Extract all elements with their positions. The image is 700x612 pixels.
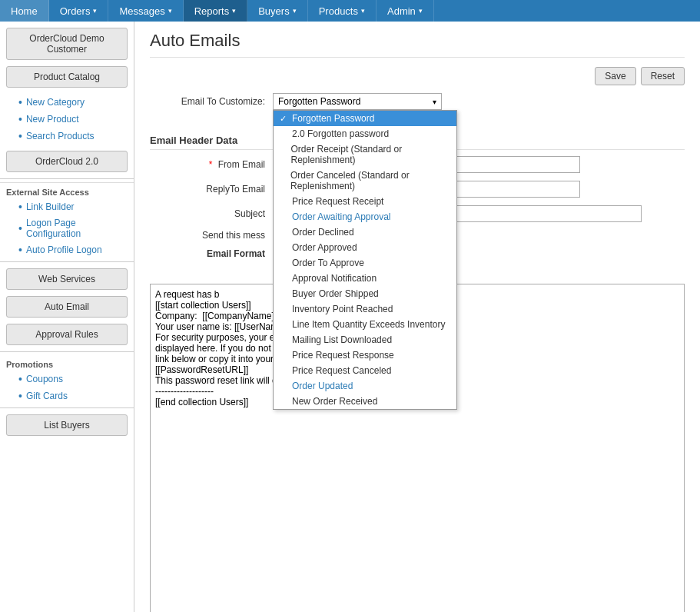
- top-actions: Save Reset: [150, 67, 685, 85]
- promotions-title: Promotions: [0, 355, 134, 371]
- top-navigation: Home Orders ▾ Messages ▾ Reports ▾ Buyer…: [0, 0, 700, 22]
- sidebar: OrderCloud Demo Customer Product Catalog…: [0, 22, 134, 612]
- chevron-down-icon: ▾: [168, 7, 172, 15]
- dropdown-item-approval-notification[interactable]: Approval Notification: [274, 271, 456, 286]
- sidebar-link-auto-profile[interactable]: Auto Profile Logon: [8, 241, 134, 258]
- dropdown-item-buyer-order-shipped[interactable]: Buyer Order Shipped: [274, 286, 456, 301]
- nav-reports[interactable]: Reports ▾: [184, 0, 248, 22]
- page-title: Auto Emails: [150, 31, 685, 58]
- dropdown-item-order-updated[interactable]: Order Updated: [274, 378, 456, 394]
- sidebar-link-search-products[interactable]: Search Products: [8, 128, 134, 145]
- approval-rules-button[interactable]: Approval Rules: [6, 324, 128, 345]
- dropdown-item-order-awaiting[interactable]: Order Awaiting Approval: [274, 209, 456, 225]
- dropdown-item-line-item-qty[interactable]: Line Item Quantity Exceeds Inventory: [274, 317, 456, 332]
- chevron-down-icon: ▾: [93, 7, 97, 15]
- sidebar-link-gift-cards[interactable]: Gift Cards: [8, 387, 134, 404]
- nav-home[interactable]: Home: [0, 0, 49, 22]
- list-buyers-button[interactable]: List Buyers: [6, 414, 128, 436]
- dropdown-item-mailing-list[interactable]: Mailing List Downloaded: [274, 332, 456, 348]
- reset-button-top[interactable]: Reset: [641, 67, 685, 85]
- nav-messages[interactable]: Messages ▾: [108, 0, 183, 22]
- dropdown-item-inventory-point[interactable]: Inventory Point Reached: [274, 301, 456, 317]
- email-to-customize-label: Email To Customize:: [150, 96, 273, 107]
- save-button-top[interactable]: Save: [595, 67, 635, 85]
- dropdown-item-20-forgotten[interactable]: 2.0 Forgotten password: [274, 126, 456, 141]
- product-catalog-button[interactable]: Product Catalog: [6, 66, 128, 88]
- main-content: Auto Emails Save Reset Email To Customiz…: [134, 22, 700, 612]
- email-format-label: Email Format: [150, 248, 273, 259]
- email-to-customize-row: Email To Customize: Forgotten Password ▾…: [150, 93, 685, 110]
- sidebar-link-new-category[interactable]: New Category: [8, 94, 134, 111]
- chevron-down-icon: ▾: [232, 7, 236, 15]
- dropdown-item-forgotten-password[interactable]: ✓ Forgotten Password: [274, 111, 456, 126]
- dropdown-item-new-order-received[interactable]: New Order Received: [274, 394, 456, 409]
- dropdown-item-order-to-approve[interactable]: Order To Approve: [274, 255, 456, 271]
- sidebar-link-new-product[interactable]: New Product: [8, 111, 134, 128]
- dropdown-item-order-receipt[interactable]: Order Receipt (Standard or Replenishment…: [274, 141, 456, 168]
- external-access-title: External Site Access: [0, 182, 134, 198]
- replyto-email-label: ReplyTo Email: [150, 184, 273, 195]
- customer-button[interactable]: OrderCloud Demo Customer: [6, 28, 128, 60]
- ordercloud-button[interactable]: OrderCloud 2.0: [6, 151, 128, 172]
- dropdown-item-price-request-receipt[interactable]: Price Request Receipt: [274, 194, 456, 209]
- dropdown-item-order-approved[interactable]: Order Approved: [274, 240, 456, 255]
- from-email-label: * From Email: [150, 159, 273, 170]
- email-dropdown-container: Forgotten Password ▾ ✓ Forgotten Passwor…: [273, 93, 442, 110]
- nav-orders[interactable]: Orders ▾: [49, 0, 109, 22]
- dropdown-item-order-declined[interactable]: Order Declined: [274, 225, 456, 240]
- dropdown-item-price-request-canceled[interactable]: Price Request Canceled: [274, 363, 456, 378]
- sidebar-link-logon-page[interactable]: Logon Page Configuration: [8, 215, 134, 241]
- web-services-button[interactable]: Web Services: [6, 268, 128, 290]
- dropdown-item-price-request-response[interactable]: Price Request Response: [274, 348, 456, 363]
- chevron-down-icon: ▾: [293, 7, 297, 15]
- email-dropdown-menu: ✓ Forgotten Password 2.0 Forgotten passw…: [273, 110, 457, 410]
- nav-products[interactable]: Products ▾: [308, 0, 377, 22]
- email-dropdown[interactable]: Forgotten Password ▾: [273, 93, 442, 110]
- auto-email-button[interactable]: Auto Email: [6, 296, 128, 318]
- chevron-down-icon: ▾: [361, 7, 365, 15]
- chevron-down-icon: ▾: [433, 98, 436, 106]
- sidebar-link-coupons[interactable]: Coupons: [8, 371, 134, 387]
- subject-label: Subject: [150, 208, 273, 219]
- nav-admin[interactable]: Admin ▾: [377, 0, 434, 22]
- chevron-down-icon: ▾: [419, 7, 423, 15]
- dropdown-item-order-canceled[interactable]: Order Canceled (Standard or Replenishmen…: [274, 168, 456, 194]
- nav-buyers[interactable]: Buyers ▾: [247, 0, 307, 22]
- send-message-label: Send this mess: [150, 230, 273, 241]
- sidebar-link-link-builder[interactable]: Link Builder: [8, 198, 134, 215]
